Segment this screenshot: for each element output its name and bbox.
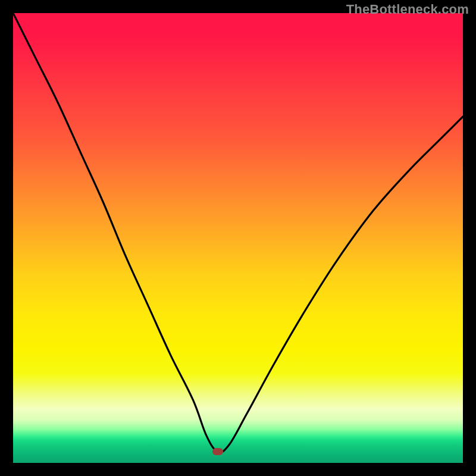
plot-area (13, 13, 463, 463)
chart-stage: TheBottleneck.com (0, 0, 476, 476)
watermark-text: TheBottleneck.com (346, 2, 469, 17)
optimal-point-marker (212, 448, 223, 455)
bottleneck-curve (13, 13, 463, 463)
